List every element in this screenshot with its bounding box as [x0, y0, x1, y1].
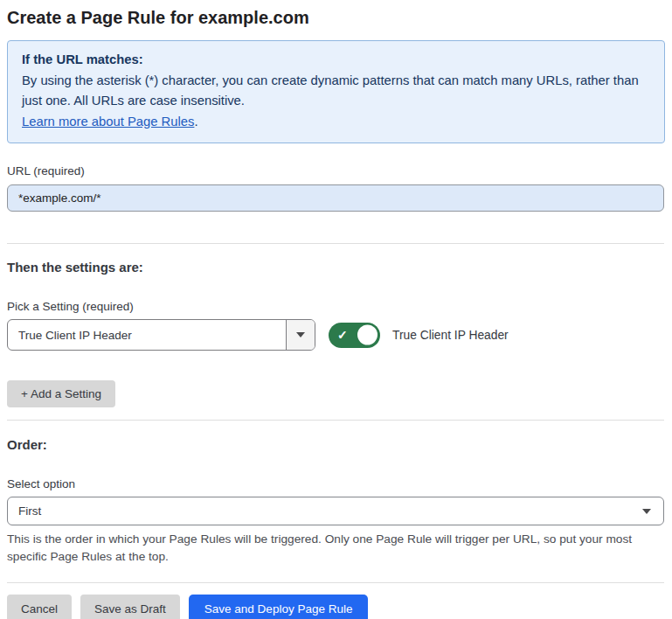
divider	[7, 582, 664, 583]
info-box-heading: If the URL matches:	[22, 50, 650, 71]
link-period: .	[194, 115, 197, 129]
divider	[7, 420, 664, 421]
order-select-label: Select option	[7, 476, 665, 492]
create-page-rule-form: Create a Page Rule for example.com If th…	[0, 0, 672, 619]
url-field-label: URL (required)	[7, 163, 665, 179]
check-icon: ✓	[337, 329, 348, 341]
pick-setting-label: Pick a Setting (required)	[7, 299, 665, 315]
learn-more-link[interactable]: Learn more about Page Rules	[22, 115, 194, 129]
footer-actions: Cancel Save as Draft Save and Deploy Pag…	[7, 595, 665, 619]
save-and-deploy-button[interactable]: Save and Deploy Page Rule	[189, 595, 369, 619]
order-section-heading: Order:	[7, 436, 665, 454]
save-as-draft-button[interactable]: Save as Draft	[80, 595, 180, 619]
settings-section-heading: Then the settings are:	[7, 259, 665, 276]
cancel-button[interactable]: Cancel	[7, 595, 72, 619]
info-box-body: By using the asterisk (*) character, you…	[22, 71, 639, 112]
order-select[interactable]: First	[7, 497, 664, 525]
toggle-label: True Client IP Header	[392, 329, 509, 342]
divider	[7, 243, 664, 244]
toggle-knob	[356, 323, 379, 347]
page-title: Create a Page Rule for example.com	[7, 5, 665, 30]
true-client-ip-toggle[interactable]: ✓	[329, 323, 380, 348]
setting-select-value: True Client IP Header	[8, 320, 286, 350]
order-help-text: This is the order in which your Page Rul…	[7, 531, 664, 565]
chevron-down-icon	[296, 332, 305, 337]
url-match-info-box: If the URL matches: By using the asteris…	[7, 40, 665, 143]
chevron-down-icon	[642, 509, 651, 514]
setting-row: True Client IP Header ✓ True Client IP H…	[7, 319, 665, 351]
setting-select[interactable]: True Client IP Header	[7, 319, 315, 351]
add-setting-button[interactable]: + Add a Setting	[7, 380, 115, 407]
url-input[interactable]	[7, 184, 664, 212]
info-box-link-line: Learn more about Page Rules.	[22, 112, 650, 133]
setting-select-arrow-button[interactable]	[286, 320, 315, 350]
order-select-value: First	[18, 504, 41, 518]
